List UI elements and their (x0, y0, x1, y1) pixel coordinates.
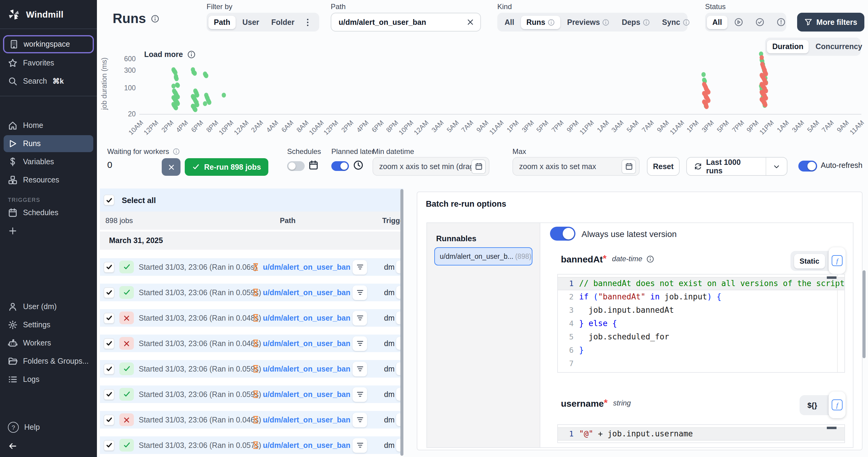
rerun-jobs-button[interactable]: Re-run 898 jobs (185, 158, 268, 176)
chart-tab-duration[interactable]: Duration (767, 40, 809, 53)
add-trigger-button[interactable] (4, 223, 93, 239)
sidebar-item-settings[interactable]: Settings (4, 316, 93, 333)
row-checkbox[interactable] (103, 363, 115, 374)
scatter-point-success[interactable] (174, 106, 178, 110)
scatter-point-failure[interactable] (764, 103, 768, 107)
bannedat-js-mode-button[interactable] (829, 247, 845, 274)
auto-refresh-toggle[interactable] (798, 161, 817, 172)
more-filters-button[interactable]: More filters (797, 13, 864, 31)
clear-path-icon[interactable] (466, 18, 474, 26)
filter-by-path-button[interactable] (352, 438, 367, 453)
row-checkbox[interactable] (103, 312, 115, 323)
status-tab-running-icon[interactable] (729, 15, 749, 29)
job-row[interactable]: Started 31/03, 23:06 (Ran in 0.048s) u/d… (100, 309, 403, 327)
scatter-point-failure[interactable] (705, 105, 709, 109)
scatter-point-success[interactable] (175, 76, 179, 81)
job-path-link[interactable]: u/dm/alert_on_user_ban (263, 314, 352, 322)
job-path-link[interactable]: u/dm/alert_on_user_ban (263, 441, 352, 450)
kind-tab-previews[interactable]: Previews (561, 16, 615, 29)
kind-tab-deps[interactable]: Deps (616, 16, 655, 29)
collapse-sidebar-button[interactable] (4, 437, 93, 457)
bannedat-code-editor[interactable]: 1// bannedAt does not exist on all versi… (557, 274, 845, 373)
sidebar-item-help[interactable]: ? Help (4, 418, 93, 436)
sidebar-item-schedules[interactable]: Schedules (4, 204, 93, 221)
static-mode-button[interactable]: Static (794, 254, 825, 268)
filter-by-path-button[interactable] (352, 412, 367, 427)
job-path-link[interactable]: u/dm/alert_on_user_ban (263, 416, 352, 424)
filter-by-path-button[interactable] (352, 362, 367, 376)
scatter-point-success[interactable] (207, 100, 211, 105)
job-path-link[interactable]: u/dm/alert_on_user_ban (263, 365, 352, 373)
sidebar-item-logs[interactable]: Logs (4, 371, 93, 388)
kind-tab-all[interactable]: All (499, 16, 520, 29)
row-checkbox[interactable] (103, 338, 115, 349)
row-checkbox[interactable] (103, 287, 115, 298)
reset-button[interactable]: Reset (647, 157, 680, 176)
workspace-switcher[interactable]: workingspace (3, 35, 94, 53)
table-scrollbar[interactable] (400, 189, 403, 456)
scatter-point-success[interactable] (176, 83, 180, 88)
row-checkbox[interactable] (103, 261, 115, 273)
scatter-point-success[interactable] (172, 84, 176, 89)
path-filter-input[interactable] (337, 17, 466, 27)
filter-by-path-button[interactable] (352, 311, 367, 325)
editor-scrollbar[interactable] (837, 275, 838, 372)
sidebar-item-variables[interactable]: Variables (4, 153, 93, 170)
schedules-toggle[interactable] (287, 161, 305, 171)
sidebar-item-resources[interactable]: Resources (4, 172, 93, 189)
filter-by-path-button[interactable] (352, 285, 367, 300)
job-row[interactable]: Started 31/03, 23:06 (Ran in 0.046s) u/d… (100, 335, 403, 352)
job-path-link[interactable]: u/dm/alert_on_user_ban (263, 288, 352, 297)
job-row[interactable]: Started 31/03, 23:06 (Ran in 0.06s) u/dm… (100, 258, 403, 276)
more-options-icon[interactable] (301, 16, 314, 29)
kind-tab-runs[interactable]: Runs (521, 16, 561, 29)
runnable-item[interactable]: u/dm/alert_on_user_b... (898) (434, 247, 532, 265)
filter-by-path-button[interactable] (352, 260, 367, 274)
sidebar-item-folders[interactable]: Folders & Groups... (4, 353, 93, 370)
latest-version-toggle[interactable] (550, 227, 576, 240)
job-path-link[interactable]: u/dm/alert_on_user_ban (263, 263, 352, 271)
sidebar-item-runs[interactable]: Runs (4, 135, 93, 152)
filter-tab-user[interactable]: User (237, 16, 265, 29)
last-runs-dropdown-button[interactable] (766, 163, 787, 170)
load-more-button[interactable]: Load more (144, 50, 196, 59)
status-tab-success-icon[interactable] (750, 15, 770, 29)
scatter-point-success[interactable] (203, 101, 207, 106)
scatter-point-success[interactable] (193, 71, 197, 76)
status-tab-all[interactable]: All (707, 16, 727, 29)
row-checkbox[interactable] (103, 440, 115, 451)
status-tab-failure-icon[interactable] (771, 15, 791, 29)
select-all-checkbox[interactable] (103, 195, 115, 205)
filter-by-path-button[interactable] (352, 336, 367, 351)
scatter-point-success[interactable] (222, 93, 226, 97)
template-mode-button[interactable]: ${} (803, 398, 822, 412)
sidebar-item-search[interactable]: Search ⌘k (4, 73, 93, 90)
scatter-point-failure[interactable] (760, 55, 764, 60)
job-path-link[interactable]: u/dm/alert_on_user_ban (263, 390, 352, 399)
row-checkbox[interactable] (103, 414, 115, 425)
scatter-point-success[interactable] (204, 74, 208, 79)
username-code-editor[interactable]: 1"@" + job.input.username (557, 424, 845, 443)
row-checkbox[interactable] (103, 389, 115, 400)
job-row[interactable]: Started 31/03, 23:06 (Ran in 0.046s) u/d… (100, 411, 403, 429)
sidebar-item-user[interactable]: User (dm) (4, 298, 93, 315)
min-datetime-calendar-button[interactable] (471, 159, 486, 174)
filter-by-path-button[interactable] (352, 387, 367, 402)
filter-tab-path[interactable]: Path (208, 16, 236, 29)
kind-tab-sync[interactable]: Sync (657, 16, 695, 29)
sidebar-item-home[interactable]: Home (4, 117, 93, 134)
job-row[interactable]: Started 31/03, 23:06 (Ran in 0.057s) u/d… (100, 436, 403, 454)
username-js-mode-button[interactable] (829, 392, 845, 418)
scatter-point-success[interactable] (702, 72, 706, 77)
filter-tab-folder[interactable]: Folder (266, 16, 300, 29)
sidebar-item-favorites[interactable]: Favorites (4, 55, 93, 72)
job-row[interactable]: Started 31/03, 23:06 (Ran in 0.059s) u/d… (100, 284, 403, 301)
max-datetime-calendar-button[interactable] (621, 159, 636, 174)
min-datetime-placeholder[interactable]: zoom x axis to set min (drag) (379, 162, 471, 171)
info-icon[interactable] (151, 15, 159, 23)
page-scrollbar[interactable] (863, 270, 866, 358)
job-row[interactable]: Started 31/03, 23:06 (Ran in 0.059s) u/d… (100, 360, 403, 378)
scatter-point-success[interactable] (193, 107, 197, 112)
chart-tab-concurrency[interactable]: Concurrency (810, 40, 868, 53)
job-row[interactable]: Started 31/03, 23:06 (Ran in 0.059s) u/d… (100, 385, 403, 403)
